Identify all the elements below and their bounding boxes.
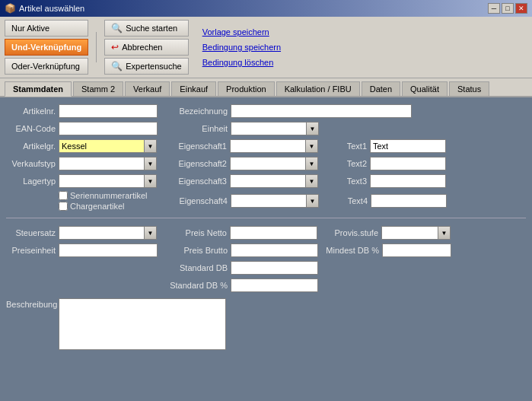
verkaufstyp-select-wrapper: ▼	[59, 157, 157, 170]
maximize-button[interactable]: □	[502, 3, 514, 14]
toolbar: Nur Aktive Und-Verknüpfung Oder-Verknüpf…	[0, 17, 532, 78]
lagertyp-label: Lagertyp	[6, 177, 56, 186]
tab-status[interactable]: Status	[449, 81, 489, 96]
ean-input[interactable]	[59, 122, 158, 135]
standard-db-pct-input[interactable]	[231, 278, 318, 292]
eigenschaft1-input[interactable]	[230, 139, 306, 153]
eigenschaft2-select-wrapper: ▼	[230, 157, 318, 170]
eigenschaft4-input[interactable]	[231, 194, 307, 208]
tab-verkauf[interactable]: Verkauf	[125, 81, 170, 96]
seriennummer-checkbox-label[interactable]: Seriennummerartikel	[59, 191, 158, 200]
text3-input[interactable]	[370, 174, 446, 188]
toolbar-separator-1	[96, 32, 97, 62]
chargen-checkbox-label[interactable]: Chargenartikel	[59, 202, 158, 211]
text1-label: Text1	[329, 142, 367, 151]
preis-netto-label: Preis Netto	[166, 228, 227, 237]
row-standard-db-pct: Standard DB %	[6, 278, 526, 293]
beschreibung-label: Beschreibung	[6, 298, 56, 309]
chargen-checkbox[interactable]	[59, 202, 68, 211]
close-button[interactable]: ✕	[515, 3, 527, 14]
artikelgr-input[interactable]	[59, 139, 145, 153]
eigenschaft3-select-wrapper: ▼	[230, 174, 318, 188]
oder-verknuepfung-button[interactable]: Oder-Verknüpfung	[5, 58, 88, 75]
title-bar: 📦 Artikel auswählen ─ □ ✕	[0, 0, 532, 17]
eigenschaft4-dropdown-btn[interactable]: ▼	[307, 194, 319, 208]
eigenschaft2-dropdown-btn[interactable]: ▼	[306, 157, 318, 170]
eigenschaft1-dropdown-btn[interactable]: ▼	[306, 139, 318, 153]
verkaufstyp-dropdown-btn[interactable]: ▼	[145, 157, 157, 170]
eigenschaft1-label: Eigenschaft1	[166, 142, 227, 151]
vorlage-speichern-link[interactable]: Vorlage speichern	[199, 26, 284, 38]
window-title: Artikel auswählen	[19, 4, 84, 13]
text4-label: Text4	[330, 196, 368, 205]
toolbar-links: Vorlage speichern Bedingung speichern Be…	[199, 26, 284, 68]
tabs-bar: Stammdaten Stamm 2 Verkauf Einkauf Produ…	[0, 78, 532, 97]
lagertyp-select-wrapper: ▼	[59, 174, 157, 188]
row-verkaufstyp-eigenschaft2-text2: Verkaufstyp ▼ Eigenschaft2 ▼ Text2	[6, 156, 526, 171]
standard-db-input[interactable]	[231, 261, 318, 275]
steuersatz-label: Steuersatz	[6, 228, 56, 237]
row-ean-einheit: EAN-Code Einheit ▼	[6, 121, 526, 136]
tab-kalkulation[interactable]: Kalkulation / FIBU	[276, 81, 360, 96]
einheit-input[interactable]	[231, 122, 307, 135]
lagertyp-input[interactable]	[59, 174, 145, 188]
eigenschaft3-input[interactable]	[230, 174, 306, 188]
preis-netto-input[interactable]	[230, 226, 317, 240]
text4-input[interactable]	[371, 194, 447, 208]
preiseinheit-input[interactable]	[59, 243, 158, 257]
artikelnr-input[interactable]	[59, 104, 158, 118]
text1-input[interactable]	[370, 139, 446, 153]
toolbar-left-buttons: Nur Aktive Und-Verknüpfung Oder-Verknüpf…	[5, 20, 88, 75]
row-artikelnr-bezeichnung: Artikelnr. Bezeichnung	[6, 103, 526, 119]
tab-einkauf[interactable]: Einkauf	[171, 81, 216, 96]
seriennummer-checkbox[interactable]	[59, 191, 68, 200]
title-buttons: ─ □ ✕	[488, 3, 527, 14]
bezeichnung-input[interactable]	[231, 104, 412, 118]
abbrechen-button[interactable]: ↩ Abbrechen	[104, 39, 188, 56]
text2-input[interactable]	[370, 157, 446, 170]
artikelgr-select-wrapper: ▼	[59, 139, 157, 153]
einheit-select-wrapper: ▼	[231, 122, 319, 135]
mindest-db-input[interactable]	[382, 243, 451, 257]
verkaufstyp-input[interactable]	[59, 157, 145, 170]
tab-stammdaten[interactable]: Stammdaten	[5, 81, 72, 97]
steuersatz-input[interactable]	[59, 226, 145, 240]
tab-produktion[interactable]: Produktion	[218, 81, 275, 96]
bedingung-speichern-link[interactable]: Bedingung speichern	[199, 41, 284, 53]
tab-daten[interactable]: Daten	[362, 81, 400, 96]
eigenschaft3-label: Eigenschaft3	[166, 177, 227, 186]
tab-qualitaet[interactable]: Qualität	[402, 81, 448, 96]
artikelgr-dropdown-btn[interactable]: ▼	[145, 139, 157, 153]
toolbar-center-buttons: 🔍 Suche starten ↩ Abbrechen 🔍 Expertensu…	[104, 20, 188, 75]
search-icon: 🔍	[111, 23, 123, 33]
provis-stufe-input[interactable]	[381, 226, 438, 240]
provis-stufe-dropdown-btn[interactable]: ▼	[438, 226, 451, 240]
tab-stamm2[interactable]: Stamm 2	[73, 81, 123, 96]
eigenschaft2-label: Eigenschaft2	[166, 159, 227, 168]
bedingung-loeschen-link[interactable]: Bedingung löschen	[199, 56, 284, 68]
eigenschaft4-label: Eigenschaft4	[167, 196, 228, 205]
ean-label: EAN-Code	[6, 124, 56, 133]
lagertyp-dropdown-btn[interactable]: ▼	[145, 174, 157, 188]
eigenschaft1-select-wrapper: ▼	[230, 139, 318, 153]
preis-brutto-input[interactable]	[231, 243, 318, 257]
standard-db-pct-label: Standard DB %	[167, 281, 228, 290]
nur-aktive-button[interactable]: Nur Aktive	[5, 20, 88, 37]
row-lagertyp-eigenschaft3-text3: Lagertyp ▼ Eigenschaft3 ▼ Text3	[6, 173, 526, 189]
steuersatz-dropdown-btn[interactable]: ▼	[145, 226, 157, 240]
minimize-button[interactable]: ─	[488, 3, 500, 14]
einheit-label: Einheit	[167, 124, 228, 133]
beschreibung-textarea[interactable]	[59, 298, 226, 350]
und-verknuepfung-button[interactable]: Und-Verknüpfung	[5, 39, 88, 56]
provis-stufe-label: Provis.stufe	[325, 228, 378, 237]
suche-starten-button[interactable]: 🔍 Suche starten	[104, 20, 188, 37]
row-beschreibung: Beschreibung	[6, 298, 526, 350]
eigenschaft2-input[interactable]	[230, 157, 306, 170]
einheit-dropdown-btn[interactable]: ▼	[307, 122, 319, 135]
preiseinheit-label: Preiseinheit	[6, 246, 56, 255]
expertensuche-button[interactable]: 🔍 Expertensuche	[104, 58, 188, 75]
row-standard-db: Standard DB	[6, 260, 526, 275]
eigenschaft3-dropdown-btn[interactable]: ▼	[306, 174, 318, 188]
mindest-db-label: Mindest DB %	[326, 246, 379, 255]
row-preiseinheit-preisbrutto-mindestdb: Preiseinheit Preis Brutto Mindest DB %	[6, 243, 526, 258]
